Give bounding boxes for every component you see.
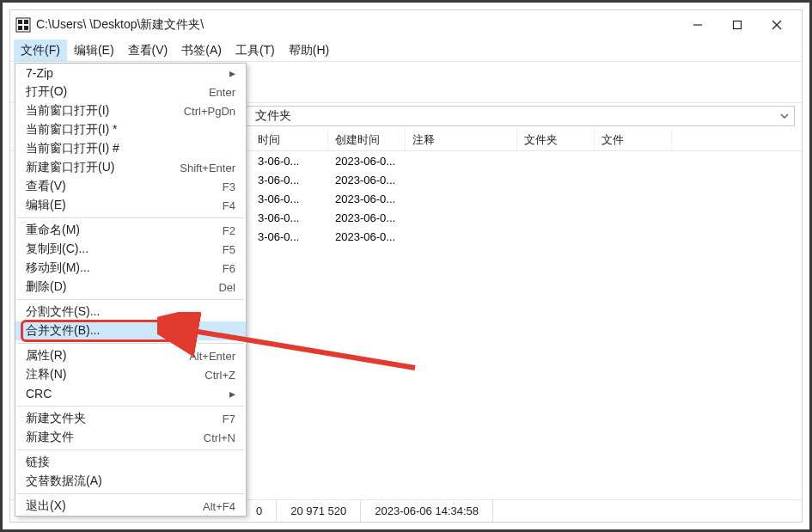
menu-item[interactable]: 7-Zip▸ [15,64,246,83]
menu-item[interactable]: 移动到(M)...F6 [15,259,246,278]
menu-item[interactable]: 当前窗口打开(I) # [15,139,246,158]
menu-item-shortcut: Alt+F4 [203,500,235,513]
menu-edit[interactable]: 编辑(E) [67,40,121,61]
menu-item-label: 属性(R) [26,348,189,364]
menu-item-shortcut: Ctrl+PgDn [184,105,235,118]
cell-time: 3-06-0... [251,193,328,205]
menu-separator [17,493,244,494]
menu-item-shortcut: Shift+Enter [180,162,235,174]
chevron-down-icon[interactable] [780,109,789,123]
menu-item-label: 7-Zip [26,66,229,80]
menu-item[interactable]: 退出(X)Alt+F4 [15,497,246,516]
menu-help-label: 帮助(H) [289,43,329,58]
menu-item[interactable]: 交替数据流(A) [15,472,246,491]
window-title: C:\Users\ \Desktop\新建文件夹\ [36,17,204,33]
menu-item[interactable]: 打开(O)Enter [15,83,246,101]
menu-item[interactable]: 重命名(M)F2 [15,221,246,240]
titlebar: C:\Users\ \Desktop\新建文件夹\ [10,10,802,40]
menu-item-label: 移动到(M)... [26,260,223,276]
menu-item-label: 查看(V) [26,179,223,194]
menu-item-label: 退出(X) [26,498,203,514]
menu-item[interactable]: 复制到(C)...F5 [15,240,246,259]
menu-item-label: CRC [26,387,229,401]
menu-help[interactable]: 帮助(H) [282,40,336,61]
header-comment[interactable]: 注释 [406,129,517,150]
cell-created: 2023-06-0... [328,174,406,187]
menu-edit-label: 编辑(E) [74,43,114,58]
menu-view[interactable]: 查看(V) [121,40,175,61]
menu-item-label: 分割文件(S)... [26,304,235,320]
svg-rect-6 [734,21,742,29]
menu-item[interactable]: 链接 [15,453,246,472]
menu-item[interactable]: 编辑(E)F4 [15,196,246,215]
menu-separator [17,449,244,450]
cell-time: 3-06-0... [251,155,328,168]
cell-created: 2023-06-0... [328,211,406,224]
svg-rect-2 [24,20,28,24]
chevron-right-icon: ▸ [229,387,235,401]
menu-item-label: 新建文件夹 [26,411,223,426]
status-count: 0 [242,500,277,522]
header-time[interactable]: 时间 [251,129,328,150]
menu-item[interactable]: 新建文件Ctrl+N [15,428,246,447]
menu-item-label: 新建窗口打开(U) [26,160,180,175]
menu-item[interactable]: 分割文件(S)... [15,303,246,321]
menu-item-shortcut: Alt+Enter [189,350,235,363]
cell-created: 2023-06-0... [328,193,406,205]
menu-separator [17,406,244,407]
menu-item-label: 交替数据流(A) [26,474,235,489]
path-visible-text: 文件夹 [255,108,291,124]
menu-item-label: 注释(N) [26,367,205,382]
header-folder[interactable]: 文件夹 [517,129,595,150]
menu-item[interactable]: 删除(D)Del [15,278,246,297]
maximize-button[interactable] [717,12,757,38]
menu-item-label: 打开(O) [26,84,209,100]
close-button[interactable] [757,12,797,38]
menu-item[interactable]: 合并文件(B)... [15,321,246,340]
menu-item-shortcut: Del [218,281,235,294]
window-controls [678,12,797,38]
menu-item-label: 删除(D) [26,279,218,295]
menu-item-label: 重命名(M) [26,223,223,238]
status-date: 2023-06-06 14:34:58 [361,500,493,522]
menu-tools[interactable]: 工具(T) [229,40,282,61]
chevron-right-icon: ▸ [229,66,235,80]
menubar: 文件(F) 编辑(E) 查看(V) 书签(A) 工具(T) 帮助(H) [10,40,802,62]
menu-item-shortcut: Ctrl+Z [205,369,235,382]
minimize-button[interactable] [678,12,717,38]
menu-item[interactable]: 当前窗口打开(I) * [15,120,246,139]
menu-item-shortcut: Enter [209,86,235,99]
menu-separator [17,343,244,344]
menu-item[interactable]: 新建文件夹F7 [15,409,246,428]
status-size: 20 971 520 [277,500,361,522]
menu-item-shortcut: F6 [223,262,235,275]
menu-item-label: 合并文件(B)... [26,323,235,339]
menu-item-shortcut: F7 [223,413,235,425]
menu-bookmarks-label: 书签(A) [181,43,222,58]
menu-item-shortcut: F4 [223,199,235,212]
svg-rect-3 [18,26,22,30]
app-icon [15,17,31,33]
menu-item[interactable]: 当前窗口打开(I)Ctrl+PgDn [15,101,246,120]
menu-item[interactable]: 注释(N)Ctrl+Z [15,365,246,384]
menu-item[interactable]: 查看(V)F3 [15,177,246,196]
menu-item-label: 编辑(E) [26,198,223,213]
menu-item-shortcut: F3 [223,180,235,193]
menu-item[interactable]: 属性(R)Alt+Enter [15,346,246,365]
menu-file[interactable]: 文件(F) [14,40,67,61]
svg-rect-1 [18,20,22,24]
menu-item-label: 复制到(C)... [26,242,223,257]
cell-created: 2023-06-0... [328,155,406,168]
svg-rect-4 [24,26,28,30]
menu-item-shortcut: F5 [223,243,235,256]
menu-bookmarks[interactable]: 书签(A) [174,40,229,61]
menu-item[interactable]: CRC▸ [15,384,246,403]
menu-item-label: 新建文件 [26,430,204,445]
header-created[interactable]: 创建时间 [328,129,406,150]
cell-time: 3-06-0... [251,174,328,187]
cell-created: 2023-06-0... [328,230,406,243]
menu-item[interactable]: 新建窗口打开(U)Shift+Enter [15,158,246,177]
menu-tools-label: 工具(T) [235,43,275,58]
header-file[interactable]: 文件 [595,129,672,150]
file-menu-dropdown: 7-Zip▸打开(O)Enter当前窗口打开(I)Ctrl+PgDn当前窗口打开… [15,63,247,517]
